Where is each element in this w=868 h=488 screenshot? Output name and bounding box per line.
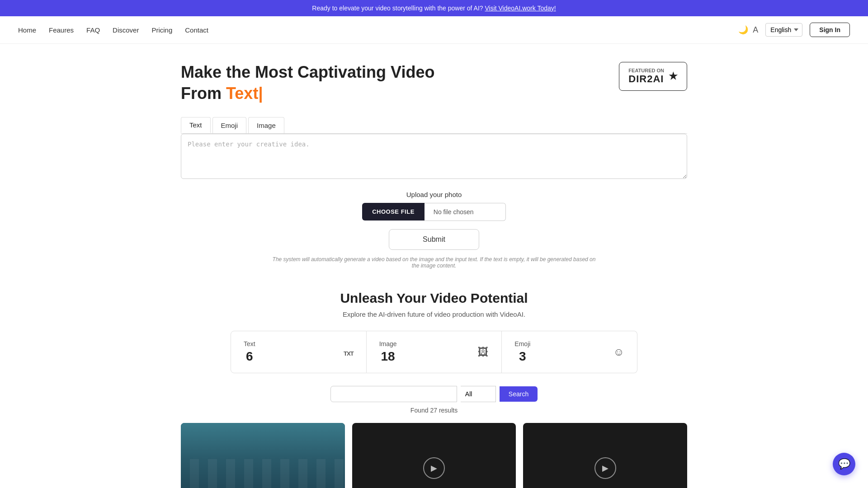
badge-text: FEATURED ON DIR2AI	[628, 68, 664, 85]
search-input[interactable]	[330, 386, 457, 402]
language-select[interactable]: English	[765, 23, 802, 37]
stats-row: Text 6 TXT Image 18 🖼 Emoji 3 ☺	[231, 331, 637, 373]
sign-in-button[interactable]: Sign In	[810, 23, 850, 37]
video-card-3[interactable]: ▶	[523, 423, 687, 488]
play-circle-1: ▶	[423, 457, 445, 479]
translate-icon[interactable]: A	[753, 25, 758, 35]
hero-title-block: Make the Most Captivating Video From Tex…	[181, 62, 434, 104]
tab-text[interactable]: Text	[181, 117, 211, 133]
chat-button[interactable]: 💬	[833, 453, 855, 475]
upload-label: Upload your photo	[181, 191, 687, 198]
choose-file-button[interactable]: CHOOSE FILE	[362, 203, 425, 221]
stat-emoji-count: 3	[514, 349, 530, 364]
badge-star-icon: ★	[669, 70, 678, 82]
file-input-row: CHOOSE FILE No file chosen	[181, 203, 687, 221]
search-row: All Text Image Emoji Search	[18, 386, 850, 402]
stat-text-label: Text	[244, 340, 255, 347]
found-results: Found 27 results	[18, 407, 850, 414]
hero-title: Make the Most Captivating Video From Tex…	[181, 62, 434, 104]
badge-featured-label: FEATURED ON	[628, 68, 664, 73]
badge-name: DIR2AI	[628, 73, 664, 84]
tab-emoji[interactable]: Emoji	[212, 117, 247, 133]
top-banner: Ready to elevate your video storytelling…	[0, 0, 868, 16]
nav-pricing[interactable]: Pricing	[151, 26, 172, 34]
unleash-subtitle: Explore the AI-driven future of video pr…	[18, 310, 850, 318]
auto-generate-note: The system will automatically generate a…	[271, 256, 597, 269]
stat-image-label: Image	[379, 340, 397, 347]
navbar: Home Feaures FAQ Discover Pricing Contac…	[0, 16, 868, 44]
video-thumb-2: ▶	[352, 423, 516, 488]
unleash-title: Unleash Your Video Potential	[18, 291, 850, 306]
video-grid: ▶ ▶	[163, 423, 705, 488]
search-button[interactable]: Search	[500, 386, 538, 402]
stat-text-icon: TXT	[344, 346, 354, 358]
unleash-section: Unleash Your Video Potential Explore the…	[0, 291, 868, 414]
upload-section: Upload your photo CHOOSE FILE No file ch…	[181, 191, 687, 221]
nav-faq[interactable]: FAQ	[86, 26, 100, 34]
nav-contact[interactable]: Contact	[185, 26, 208, 34]
hero-cursor: |	[258, 84, 263, 103]
dir2ai-badge: FEATURED ON DIR2AI ★	[619, 62, 687, 91]
video-thumb-3: ▶	[523, 423, 687, 488]
nav-right: 🌙 A English Sign In	[738, 23, 850, 37]
nav-home[interactable]: Home	[18, 26, 36, 34]
video-card-1[interactable]	[181, 423, 345, 488]
stat-image-count: 18	[379, 349, 397, 364]
stat-text-info: Text 6	[244, 340, 255, 364]
submit-button[interactable]: Submit	[389, 229, 479, 250]
dark-mode-toggle[interactable]: 🌙	[738, 25, 748, 35]
video-thumb-1	[181, 423, 345, 488]
stat-emoji-label: Emoji	[514, 340, 530, 347]
stat-emoji-info: Emoji 3	[514, 340, 530, 364]
play-circle-2: ▶	[594, 457, 616, 479]
nav-links: Home Feaures FAQ Discover Pricing Contac…	[18, 26, 208, 34]
nav-discover[interactable]: Discover	[113, 26, 139, 34]
tabs: Text Emoji Image	[181, 117, 687, 134]
tabs-and-content: Text Emoji Image	[181, 117, 687, 181]
stat-image-icon: 🖼	[478, 346, 489, 358]
tab-content	[181, 134, 687, 181]
ocean-waves	[181, 423, 345, 488]
idea-textarea[interactable]	[181, 134, 687, 179]
stat-image-info: Image 18	[379, 340, 397, 364]
stat-card-image: Image 18 🖼	[367, 331, 502, 373]
stat-emoji-icon: ☺	[613, 346, 625, 358]
txt-icon: TXT	[344, 350, 354, 357]
stat-text-count: 6	[244, 349, 255, 364]
hero-top: Make the Most Captivating Video From Tex…	[181, 62, 687, 104]
file-chosen-text: No file chosen	[425, 203, 506, 221]
banner-link[interactable]: Visit VideoAI.work Today!	[485, 5, 556, 12]
nav-icons: 🌙 A	[738, 25, 758, 35]
tab-image[interactable]: Image	[248, 117, 284, 133]
hero-section: Make the Most Captivating Video From Tex…	[163, 62, 705, 269]
hero-title-colored: Text	[226, 84, 258, 103]
nav-features[interactable]: Feaures	[49, 26, 74, 34]
banner-text: Ready to elevate your video storytelling…	[312, 5, 483, 12]
stat-card-text: Text 6 TXT	[231, 331, 367, 373]
textarea-wrapper	[181, 134, 687, 181]
category-select[interactable]: All Text Image Emoji	[461, 386, 496, 402]
stat-card-emoji: Emoji 3 ☺	[502, 331, 637, 373]
chat-icon: 💬	[838, 458, 850, 470]
video-card-2[interactable]: ▶	[352, 423, 516, 488]
